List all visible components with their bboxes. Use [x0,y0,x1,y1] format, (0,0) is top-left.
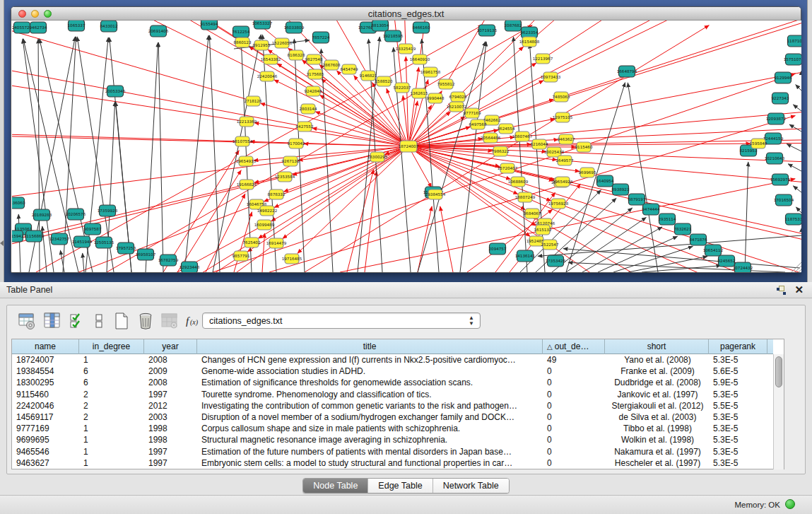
table-row[interactable]: 946362711997Embryonic stem cells: a mode… [12,457,773,469]
table-row[interactable]: 2242004622012Investigating the contribut… [12,400,773,411]
edge-black[interactable] [793,105,801,111]
edge-red-spoke[interactable] [408,67,419,146]
network-window-titlebar[interactable]: citations_edges.txt [11,7,801,21]
column-header-in_degree[interactable]: in_degree [79,339,144,354]
edge-black[interactable] [321,49,333,272]
column-header-year[interactable]: year [144,339,197,354]
table-body[interactable]: 1872400712008Changes of HCN gene express… [12,354,773,469]
rows-icon[interactable] [89,311,109,331]
edge-red[interactable] [365,171,377,272]
close-icon[interactable]: ✕ [794,284,804,296]
edge-black[interactable] [83,253,84,272]
edge-red-ray[interactable] [529,21,801,42]
graph-node-yellow-label: 16914479 [266,241,287,245]
edge-red[interactable] [347,170,374,272]
graph-node-yellow-label: 6497568 [469,122,487,127]
graph-node-teal-label: 9129946 [775,76,792,80]
table-row[interactable]: 1872400712008Changes of HCN gene express… [12,354,773,366]
edge-black[interactable] [146,42,158,272]
graph-node-hub-label: 18724007 [399,144,419,148]
edge-black[interactable] [213,35,261,272]
table-row[interactable]: 977716911998Corpus callosum shape and si… [12,423,773,434]
table-vertical-scrollbar[interactable] [773,354,784,469]
edge-black[interactable] [787,144,801,151]
edge-black[interactable] [793,186,801,192]
graph-node-yellow-label: 19756928 [548,201,569,206]
cell-name: 9777169 [12,423,79,434]
show-columns-icon[interactable] [42,311,62,331]
edge-black[interactable] [209,35,220,272]
cell-pagerank: 5.3E-5 [709,423,767,434]
edge-red[interactable] [163,151,239,272]
edge-black[interactable] [158,42,163,272]
edge-red-ray[interactable] [563,21,801,117]
cell-pagerank: 5.3E-5 [709,389,767,400]
table-selector-dropdown[interactable]: citations_edges.txt ▲▼ [202,313,481,329]
resize-grip-icon[interactable] [795,266,801,272]
cell-name: 9465546 [12,446,79,457]
edge-black[interactable] [613,246,693,272]
float-window-icon[interactable] [777,286,786,295]
tab-node-table[interactable]: Node Table [303,479,368,493]
edge-red[interactable] [262,233,264,272]
cell-title: Investigating the contribution of common… [197,400,543,411]
edge-red-ray[interactable] [12,21,271,59]
edge-red-spoke[interactable] [250,141,408,146]
node-table[interactable]: namein_degreeyeartitle△out_de…shortpager… [11,339,784,469]
table-row[interactable]: 1456911722003Disruption of a novel membe… [12,411,773,423]
column-header-name[interactable]: name [12,339,79,354]
edge-red[interactable] [418,206,432,272]
graph-node-yellow-label: 9242848 [305,89,322,93]
function-builder-icon[interactable]: f(x) [184,311,204,331]
sort-ascending-icon: △ [547,343,553,351]
graph-node-yellow-label: 9857791 [233,254,250,258]
delete-icon[interactable] [136,311,155,331]
edge-black[interactable] [796,207,801,213]
graph-node-yellow-label: 9827548 [305,57,323,62]
graph-node-teal-label: 12093872 [766,117,786,121]
edge-black[interactable] [18,214,20,272]
edge-black[interactable] [538,235,801,256]
column-header-short[interactable]: short [605,339,709,354]
column-header-pagerank[interactable]: pagerank [709,339,767,354]
column-header-out_degree[interactable]: △out_de… [543,339,605,354]
graph-node-yellow-label: 18107554 [233,139,253,144]
edge-red-ray[interactable] [492,21,801,120]
edge-red-ray[interactable] [543,21,801,59]
table-row[interactable]: 969969511998Structural magnetic resonanc… [12,434,773,445]
edge-black[interactable] [184,35,208,272]
select-all-icon[interactable] [68,311,88,331]
scrollbar-thumb[interactable] [775,356,782,387]
column-header-title[interactable]: title [197,339,543,354]
edge-red-ray[interactable] [561,21,801,97]
edge-red-ray[interactable] [472,21,726,113]
edge-black[interactable] [394,47,411,272]
cell-year: 1997 [144,389,197,400]
cell-pagerank: 5.5E-5 [709,400,767,411]
table-row[interactable]: 1938455462009Genome-wide association stu… [12,366,773,377]
table-header-row[interactable]: namein_degreeyeartitle△out_de…shortpager… [12,339,773,354]
table-row[interactable]: 946554611997Estimation of the future num… [12,446,773,457]
network-window[interactable]: citations_edges.txt 24055724946273410653… [11,6,801,273]
edge-red-ray[interactable] [12,21,253,101]
edge-black[interactable] [42,226,47,272]
edge-black[interactable] [789,124,801,132]
graph-node-teal-label: 2935114 [659,217,676,221]
import-table-disabled-icon [160,311,180,331]
table-row[interactable]: 911546021997Tourette syndrome. Phenomeno… [12,389,773,400]
edge-black[interactable] [796,85,801,90]
table-row[interactable]: 1830029562008Estimation of significance … [12,377,773,388]
panel-collapse-arrow-icon[interactable] [0,240,4,246]
tab-edge-table[interactable]: Edge Table [368,479,433,493]
resize-grip-icon[interactable] [799,269,801,272]
edge-black[interactable] [788,164,801,171]
edge-red[interactable] [440,206,453,272]
new-table-icon[interactable] [112,311,131,331]
graph-node-teal-label: 8938923 [612,187,630,192]
graph-node-teal-label: 12505135 [94,240,114,245]
network-canvas[interactable]: 2405572494627341065337843301220691406915… [12,21,801,272]
table-settings-icon[interactable] [17,311,37,331]
edge-red-spoke[interactable] [320,95,408,146]
tab-network-table[interactable]: Network Table [433,479,509,493]
edge-red-spoke[interactable] [283,146,408,238]
